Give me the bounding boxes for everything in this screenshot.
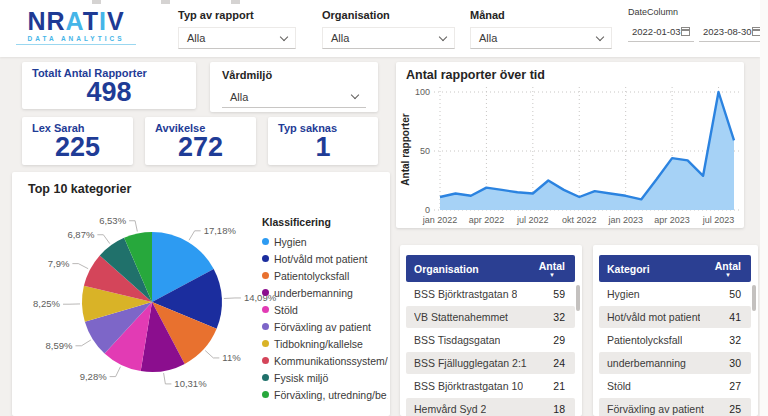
manad-dropdown[interactable]: Alla (470, 27, 612, 49)
table-row[interactable]: underbemanning30 (599, 352, 751, 374)
row-name: Förväxling av patient (607, 403, 704, 415)
pie-percent-label: 6,87% (67, 229, 94, 240)
legend-item-label: Hot/våld mot patient (274, 253, 367, 265)
legend-item[interactable]: Kommunikationssystem/… (262, 352, 388, 369)
x-axis-tick: jul 2023 (702, 215, 735, 225)
kpi-value: 272 (145, 134, 256, 161)
vardmiljo-dropdown[interactable]: Alla (222, 86, 366, 108)
legend-item-label: Förväxling, utredning/be… (274, 389, 388, 401)
table-row[interactable]: BSS Tisdagsgatan29 (406, 329, 575, 351)
kpi-value: 225 (22, 134, 133, 161)
row-value: 25 (723, 403, 741, 415)
table-row[interactable]: BSS Björktrastgatan 1021 (406, 375, 575, 397)
calendar-icon[interactable] (681, 27, 690, 36)
pie-percent-label: 6,53% (99, 215, 126, 226)
legend-item[interactable]: Hot/våld mot patient (262, 250, 388, 267)
kpi-value: 1 (268, 134, 378, 161)
table-scrollbar[interactable] (576, 285, 580, 311)
kpi-card-avvikelse: Avvikelse 272 (145, 117, 256, 165)
organisation-table-card: Organisation Antal ▼ BSS Björktrastgatan… (400, 245, 582, 416)
pie-label-line (205, 351, 219, 358)
legend-color-dot (262, 272, 269, 279)
legend-item[interactable]: Förväxling av patient (262, 318, 388, 335)
chevron-down-icon (439, 32, 447, 40)
filter-label: Organisation (322, 9, 455, 21)
y-axis-tick: 100 (415, 87, 430, 97)
right-edge-strip (760, 0, 768, 416)
chevron-down-icon (351, 91, 359, 99)
end-date-value: 2023-08-30 (703, 26, 752, 37)
table-row[interactable]: Förväxling av patient25 (599, 398, 751, 416)
filter-manad: Månad Alla (470, 9, 612, 49)
row-name: underbemanning (607, 357, 686, 369)
legend-item-label: Patientolycksfall (274, 270, 349, 282)
table-row[interactable]: Hemvård Syd 218 (406, 398, 575, 416)
table-row[interactable]: BSS Fjällugglegatan 2:124 (406, 352, 575, 374)
column-header-organisation[interactable]: Organisation (414, 263, 479, 275)
pie-label-line (97, 235, 109, 244)
logo-wordmark: NRATIV (16, 8, 136, 35)
date-range-filter: DateColumn 2022-01-03 2023-08-30 (628, 7, 765, 42)
legend-item-label: Fysisk miljö (274, 372, 328, 384)
pie-percent-label: 7,9% (48, 258, 70, 269)
row-value: 50 (723, 288, 741, 300)
legend-color-dot (262, 306, 269, 313)
legend-color-dot (262, 374, 269, 381)
row-value: 29 (547, 334, 565, 346)
row-name: BSS Björktrastgatan 8 (414, 288, 517, 300)
column-header-antal[interactable]: Antal ▼ (539, 262, 565, 280)
legend-item-label: Hygien (274, 236, 307, 248)
chevron-down-icon (280, 32, 288, 40)
table-scrollbar[interactable] (752, 285, 756, 311)
row-name: Stöld (607, 380, 631, 392)
pie-label-line (164, 373, 172, 384)
row-value: 59 (547, 288, 565, 300)
pie-label-line (72, 264, 88, 269)
legend-item[interactable]: Patientolycksfall (262, 267, 388, 284)
table-row[interactable]: Stöld27 (599, 375, 751, 397)
dropdown-value: Alla (187, 32, 205, 44)
column-header-antal[interactable]: Antal ▼ (715, 262, 741, 280)
table-row[interactable]: Hot/våld mot patient41 (599, 306, 751, 328)
legend-item[interactable]: Förväxling, utredning/be… (262, 386, 388, 403)
legend-color-dot (262, 340, 269, 347)
row-name: BSS Fjällugglegatan 2:1 (414, 357, 527, 369)
legend-item-label: Kommunikationssystem/… (274, 355, 388, 367)
legend-item[interactable]: Tidbokning/kallelse (262, 335, 388, 352)
dropdown-value: Alla (331, 32, 349, 44)
kpi-card-total: Totalt Antal Rapporter 498 (22, 62, 196, 109)
table-row[interactable]: VB Stattenahemmet32 (406, 306, 575, 328)
start-date-input[interactable]: 2022-01-03 (628, 22, 694, 42)
column-header-kategori[interactable]: Kategori (607, 263, 650, 275)
legend-item[interactable]: Hygien (262, 233, 388, 250)
legend-items: HygienHot/våld mot patientPatientolycksf… (262, 233, 388, 403)
typ-av-rapport-dropdown[interactable]: Alla (178, 27, 296, 49)
legend-item-label: Stöld (274, 304, 298, 316)
pie-label-line (189, 231, 201, 240)
table-header[interactable]: Kategori Antal ▼ (599, 255, 751, 282)
row-value: 18 (547, 403, 565, 415)
row-name: BSS Tisdagsgatan (414, 334, 500, 346)
row-name: Hot/våld mot patient (607, 311, 700, 323)
pie-percent-label: 17,18% (204, 225, 237, 236)
legend-item[interactable]: underbemanning (262, 284, 388, 301)
table-header[interactable]: Organisation Antal ▼ (406, 255, 575, 282)
table-row[interactable]: BSS Björktrastgatan 859 (406, 283, 575, 305)
legend-item[interactable]: Stöld (262, 301, 388, 318)
y-axis-tick: 0 (425, 205, 430, 215)
cut-off-toolbar-icon (92, 0, 101, 4)
table-row[interactable]: Hygien50 (599, 283, 751, 305)
table-row[interactable]: Patientolycksfall32 (599, 329, 751, 351)
pie-percent-label: 8,59% (46, 340, 73, 351)
sort-desc-icon: ▼ (715, 271, 741, 280)
filter-organisation: Organisation Alla (322, 9, 455, 49)
legend-item[interactable]: Fysisk miljö (262, 369, 388, 386)
x-axis-tick: jan 2023 (607, 215, 643, 225)
legend-color-dot (262, 289, 269, 296)
end-date-input[interactable]: 2023-08-30 (699, 22, 765, 42)
legend-color-dot (262, 391, 269, 398)
cut-off-toolbar-icon (231, 0, 240, 4)
kpi-card-typ-saknas: Typ saknas 1 (268, 117, 378, 165)
pie-label-line (224, 298, 241, 299)
organisation-dropdown[interactable]: Alla (322, 27, 455, 49)
